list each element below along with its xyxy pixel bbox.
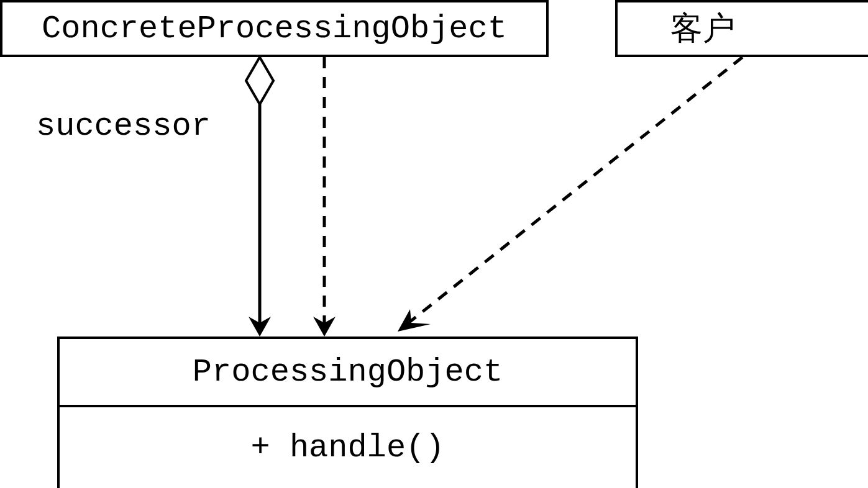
client-class-name: 客户 (670, 7, 735, 50)
processing-method-section: + handle() (60, 407, 636, 488)
processing-class-box: ProcessingObject + handle() (57, 337, 638, 488)
dependency-connector-1 (313, 57, 336, 337)
client-class-box: 客户 (615, 0, 868, 57)
successor-label: successor (36, 108, 211, 145)
dependency-connector-2 (398, 57, 742, 332)
concrete-class-box: ConcreteProcessingObject (0, 0, 549, 57)
concrete-class-name: ConcreteProcessingObject (42, 11, 507, 47)
svg-line-2 (407, 57, 742, 324)
processing-method-text: + handle() (250, 430, 444, 466)
aggregation-connector (246, 57, 273, 337)
processing-class-name: ProcessingObject (193, 354, 503, 391)
processing-title-section: ProcessingObject (60, 339, 636, 407)
